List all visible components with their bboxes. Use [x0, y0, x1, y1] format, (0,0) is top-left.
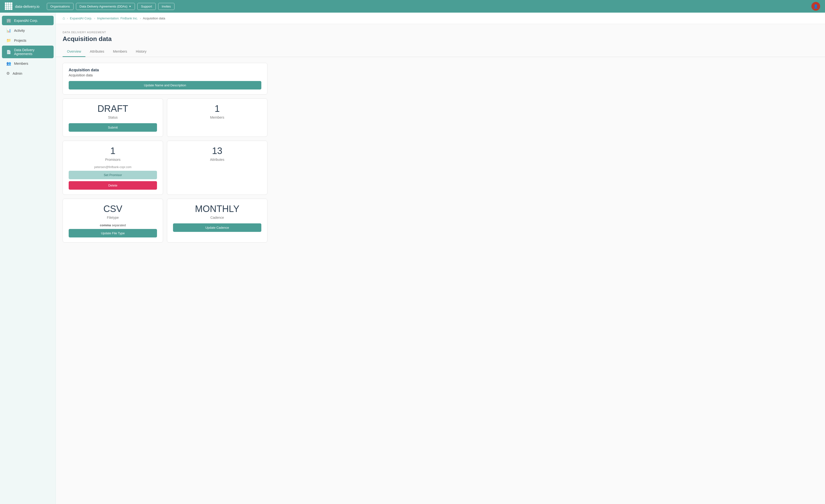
- logo-icon: [5, 2, 13, 10]
- sidebar-item-dda[interactable]: 📄 Data Delivery Agreements: [2, 46, 54, 58]
- cadence-card: MONTHLY Cadence Update Cadence: [167, 199, 268, 243]
- attributes-value: 13: [173, 146, 261, 156]
- page-header: DATA DELIVERY AGREEMENT Acquisition data: [56, 24, 825, 47]
- logo-text: data-delivery.io: [15, 4, 40, 8]
- projects-icon: 📁: [6, 38, 11, 43]
- status-value: DRAFT: [69, 103, 157, 114]
- status-label: Status: [69, 115, 157, 119]
- attributes-label: Attributes: [173, 158, 261, 162]
- breadcrumb-impl[interactable]: Implementation: FinBank Inc.: [97, 16, 138, 20]
- delete-button[interactable]: Delete: [69, 181, 157, 190]
- home-icon[interactable]: ⌂: [63, 16, 65, 20]
- breadcrumb-current: Acquisition data: [143, 16, 165, 20]
- name-card: Acquisition data Acquisition data Update…: [63, 63, 268, 95]
- attributes-card: 13 Attributes: [167, 141, 268, 195]
- activity-icon: 📊: [6, 28, 11, 33]
- breadcrumb-sep-1: ›: [67, 16, 68, 20]
- page-label: DATA DELIVERY AGREEMENT: [63, 31, 818, 34]
- dda-icon: 📄: [6, 50, 11, 54]
- top-navigation: data-delivery.io Organisations Data Deli…: [0, 0, 825, 13]
- filetype-detail: comma separated: [69, 223, 157, 227]
- members-card: 1 Members: [167, 98, 268, 137]
- cadence-label: Cadence: [173, 216, 261, 220]
- tabs: Overview Attributes Members History: [56, 47, 825, 57]
- invites-button[interactable]: Invites: [158, 3, 175, 10]
- nav-buttons: Organisations Data Delivery Agreements (…: [47, 3, 811, 10]
- filetype-value: CSV: [69, 204, 157, 214]
- members-icon: 👥: [6, 61, 11, 66]
- update-cadence-button[interactable]: Update Cadence: [173, 223, 261, 232]
- name-card-title: Acquisition data: [69, 68, 261, 72]
- set-promisor-button[interactable]: Set Promisor: [69, 171, 157, 179]
- filetype-detail-suffix: separated: [111, 223, 126, 227]
- update-filetype-button[interactable]: Update File Type: [69, 229, 157, 238]
- logo-area: data-delivery.io: [5, 2, 40, 10]
- filetype-label: Filetype: [69, 216, 157, 220]
- main-layout: 🏢 ExpandAI Corp. 📊 Activity 📁 Projects 📄…: [0, 13, 825, 504]
- submit-button[interactable]: Submit: [69, 123, 157, 132]
- tab-overview[interactable]: Overview: [63, 47, 85, 57]
- support-button[interactable]: Support: [137, 3, 156, 10]
- promisors-label: Promisors: [69, 158, 157, 162]
- building-icon: 🏢: [6, 18, 11, 23]
- chevron-down-icon: ▼: [129, 5, 131, 8]
- filetype-cadence-row: CSV Filetype comma separated Update File…: [63, 199, 268, 243]
- sidebar-item-projects[interactable]: 📁 Projects: [2, 36, 54, 45]
- cards-container: Acquisition data Acquisition data Update…: [56, 57, 274, 248]
- tab-attributes[interactable]: Attributes: [85, 47, 108, 57]
- name-card-subtitle: Acquisition data: [69, 73, 261, 77]
- sidebar: 🏢 ExpandAI Corp. 📊 Activity 📁 Projects 📄…: [0, 13, 56, 504]
- breadcrumb-org[interactable]: ExpandAI Corp.: [70, 16, 92, 20]
- sidebar-item-members[interactable]: 👥 Members: [2, 59, 54, 68]
- breadcrumb-sep-2: ›: [94, 16, 95, 20]
- sidebar-item-admin[interactable]: ⚙ Admin: [2, 69, 54, 78]
- breadcrumb: ⌂ › ExpandAI Corp. › Implementation: Fin…: [56, 13, 825, 24]
- avatar[interactable]: 👤: [811, 2, 820, 11]
- breadcrumb-sep-3: ›: [140, 16, 141, 20]
- filetype-detail-prefix: comma: [100, 223, 111, 227]
- content-area: ⌂ › ExpandAI Corp. › Implementation: Fin…: [56, 13, 825, 504]
- sidebar-org-name[interactable]: 🏢 ExpandAI Corp.: [2, 16, 54, 25]
- promisors-attributes-row: 1 Promisors petersen@finfbank-copr.com S…: [63, 141, 268, 195]
- status-members-row: DRAFT Status Submit 1 Members: [63, 98, 268, 137]
- members-value: 1: [173, 103, 261, 114]
- admin-icon: ⚙: [6, 71, 10, 76]
- status-card: DRAFT Status Submit: [63, 98, 163, 137]
- update-name-button[interactable]: Update Name and Description: [69, 81, 261, 89]
- promisors-email: petersen@finfbank-copr.com: [69, 165, 157, 169]
- tab-history[interactable]: History: [132, 47, 151, 57]
- promisors-card: 1 Promisors petersen@finfbank-copr.com S…: [63, 141, 163, 195]
- page-title: Acquisition data: [63, 35, 818, 43]
- promisors-value: 1: [69, 146, 157, 156]
- sidebar-item-activity[interactable]: 📊 Activity: [2, 26, 54, 35]
- organisations-button[interactable]: Organisations: [47, 3, 74, 10]
- cadence-value: MONTHLY: [173, 204, 261, 214]
- members-label: Members: [173, 115, 261, 119]
- tab-members[interactable]: Members: [109, 47, 132, 57]
- dda-button[interactable]: Data Delivery Agreements (DDAs) ▼: [76, 3, 135, 10]
- filetype-card: CSV Filetype comma separated Update File…: [63, 199, 163, 243]
